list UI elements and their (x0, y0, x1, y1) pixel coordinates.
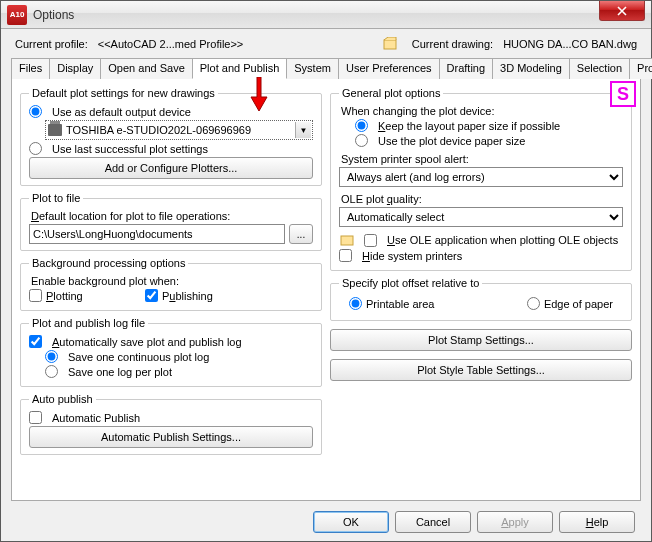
drawing-icon (382, 37, 398, 51)
group-background-processing: Background processing options Enable bac… (20, 257, 322, 311)
tab-plot-and-publish[interactable]: Plot and Publish (192, 58, 288, 79)
group-plot-offset: Specify plot offset relative to Printabl… (330, 277, 632, 321)
checkbox-automatic-publish[interactable] (29, 411, 42, 424)
checkbox-hide-printers[interactable] (339, 249, 352, 262)
svg-rect-1 (341, 236, 353, 245)
label-bg-publishing: Publishing (162, 290, 213, 302)
group-auto-publish: Auto publish Automatic Publish Automatic… (20, 393, 322, 455)
label-use-default-device: Use as default output device (52, 106, 191, 118)
tab-drafting[interactable]: Drafting (439, 58, 494, 79)
label-keep-layout-paper: Keep the layout paper size if possible (378, 120, 560, 132)
ok-button[interactable]: OK (313, 511, 389, 533)
apply-button[interactable]: Apply (477, 511, 553, 533)
tab-selection[interactable]: Selection (569, 58, 630, 79)
label-use-device-paper: Use the plot device paper size (378, 135, 525, 147)
group-general-plot: General plot options When changing the p… (330, 87, 632, 271)
group-default-plot: Default plot settings for new drawings U… (20, 87, 322, 186)
group-log-file: Plot and publish log file Automatically … (20, 317, 322, 387)
current-drawing-value: HUONG DA...CO BAN.dwg (503, 38, 637, 50)
svg-rect-0 (384, 40, 396, 49)
right-column: General plot options When changing the p… (330, 87, 632, 494)
when-changing-label: When changing the plot device: (341, 105, 623, 117)
checkbox-use-ole-app[interactable] (364, 234, 377, 247)
browse-button[interactable]: ... (289, 224, 313, 244)
add-configure-plotters-button[interactable]: Add or Configure Plotters... (29, 157, 313, 179)
app-icon: A10 (7, 5, 27, 25)
checkbox-bg-plotting[interactable] (29, 289, 42, 302)
group-plot-offset-legend: Specify plot offset relative to (339, 277, 482, 289)
tab-open-and-save[interactable]: Open and Save (100, 58, 192, 79)
label-printable-area: Printable area (366, 298, 435, 310)
ole-quality-label: OLE plot quality: (341, 193, 623, 205)
group-log-file-legend: Plot and publish log file (29, 317, 148, 329)
default-device-value: TOSHIBA e-STUDIO202L-069696969 (66, 124, 251, 136)
tab-user-preferences[interactable]: User Preferences (338, 58, 440, 79)
tab-3d-modeling[interactable]: 3D Modeling (492, 58, 570, 79)
options-dialog: A10 Options Current profile: <<AutoCAD 2… (0, 0, 652, 542)
radio-one-continuous-log[interactable] (45, 350, 58, 363)
profile-row: Current profile: <<AutoCAD 2...med Profi… (11, 35, 641, 55)
current-profile-label: Current profile: (15, 38, 88, 50)
window-title: Options (33, 8, 74, 22)
default-device-combo[interactable]: TOSHIBA e-STUDIO202L-069696969 ▼ (45, 120, 313, 140)
ole-quality-select[interactable]: Automatically select (339, 207, 623, 227)
checkbox-bg-publishing[interactable] (145, 289, 158, 302)
close-button[interactable] (599, 1, 645, 21)
checkbox-auto-save-log[interactable] (29, 335, 42, 348)
radio-use-last-successful[interactable] (29, 142, 42, 155)
label-automatic-publish: Automatic Publish (52, 412, 140, 424)
radio-one-log-per-plot[interactable] (45, 365, 58, 378)
label-use-last-successful: Use last successful plot settings (52, 143, 208, 155)
tab-body: S Default plot settings for new drawings… (11, 79, 641, 501)
radio-edge-of-paper[interactable] (527, 297, 540, 310)
group-plot-to-file: Plot to file Default location for plot t… (20, 192, 322, 251)
label-bg-plotting: Plotting (46, 290, 83, 302)
cancel-button[interactable]: Cancel (395, 511, 471, 533)
current-drawing-label: Current drawing: (412, 38, 493, 50)
group-general-plot-legend: General plot options (339, 87, 443, 99)
plot-file-path-input[interactable] (29, 224, 285, 244)
client-area: Current profile: <<AutoCAD 2...med Profi… (1, 29, 651, 541)
label-one-log-per-plot: Save one log per plot (68, 366, 172, 378)
spool-alert-label: System printer spool alert: (341, 153, 623, 165)
label-auto-save-log: Automatically save plot and publish log (52, 336, 242, 348)
radio-keep-layout-paper[interactable] (355, 119, 368, 132)
label-use-ole-app: Use OLE application when plotting OLE ob… (387, 234, 618, 246)
footer-buttons: OK Cancel Apply Help (11, 501, 641, 533)
annotation-s-badge: S (610, 81, 636, 107)
enable-bg-label: Enable background plot when: (31, 275, 313, 287)
group-plot-to-file-legend: Plot to file (29, 192, 83, 204)
label-hide-printers: Hide system printers (362, 250, 462, 262)
label-edge-of-paper: Edge of paper (544, 298, 613, 310)
group-default-plot-legend: Default plot settings for new drawings (29, 87, 218, 99)
group-background-processing-legend: Background processing options (29, 257, 188, 269)
plot-stamp-settings-button[interactable]: Plot Stamp Settings... (330, 329, 632, 351)
close-icon (617, 6, 627, 16)
tab-files[interactable]: Files (11, 58, 50, 79)
tab-profiles[interactable]: Profiles (629, 58, 652, 79)
help-button[interactable]: Help (559, 511, 635, 533)
chevron-down-icon: ▼ (295, 122, 311, 138)
spool-alert-select[interactable]: Always alert (and log errors) (339, 167, 623, 187)
group-auto-publish-legend: Auto publish (29, 393, 96, 405)
tab-strip: Files Display Open and Save Plot and Pub… (11, 57, 641, 79)
titlebar: A10 Options (1, 1, 651, 29)
current-profile-value: <<AutoCAD 2...med Profile>> (98, 38, 244, 50)
printer-icon (48, 124, 62, 136)
label-one-continuous-log: Save one continuous plot log (68, 351, 209, 363)
drawing-icon-small (339, 233, 355, 247)
tab-display[interactable]: Display (49, 58, 101, 79)
radio-use-default-device[interactable] (29, 105, 42, 118)
radio-use-device-paper[interactable] (355, 134, 368, 147)
ellipsis-icon: ... (297, 229, 305, 240)
left-column: Default plot settings for new drawings U… (20, 87, 322, 494)
default-location-label: Default location for plot to file operat… (31, 210, 313, 222)
radio-printable-area[interactable] (349, 297, 362, 310)
automatic-publish-settings-button[interactable]: Automatic Publish Settings... (29, 426, 313, 448)
plot-style-table-settings-button[interactable]: Plot Style Table Settings... (330, 359, 632, 381)
tab-system[interactable]: System (286, 58, 339, 79)
